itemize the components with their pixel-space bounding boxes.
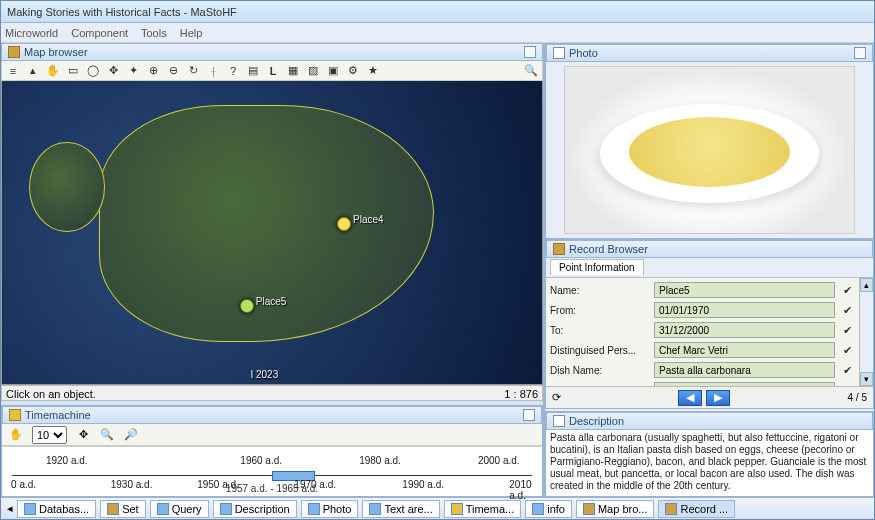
tool-pointer[interactable]: ▴	[26, 64, 40, 78]
field-label: From:	[550, 305, 650, 316]
field-label: Name:	[550, 285, 650, 296]
tool-select-rect[interactable]: ▭	[66, 64, 80, 78]
time-zoom-select[interactable]: 10	[32, 426, 67, 444]
tool-label[interactable]: L	[266, 64, 280, 78]
time-icon	[451, 503, 463, 515]
field-person[interactable]: Chef Marc Vetri	[654, 342, 835, 358]
map-icon	[8, 46, 20, 58]
tab-database[interactable]: Databas...	[17, 500, 96, 518]
record-nav: ⟳ ◀ ▶ 4 / 5	[546, 386, 873, 408]
check-icon[interactable]: ✔	[839, 362, 855, 378]
time-title: Timemachine	[25, 406, 91, 424]
tool-zoom-in[interactable]: ⊕	[146, 64, 160, 78]
field-from[interactable]: 01/01/1970	[654, 302, 835, 318]
tool-move[interactable]: ✥	[75, 427, 91, 443]
desc-icon	[220, 503, 232, 515]
tab-record[interactable]: Record ...	[658, 500, 735, 518]
field-label: To:	[550, 325, 650, 336]
scroll-up-icon[interactable]: ▴	[860, 278, 873, 292]
tool-rotate[interactable]: ↻	[186, 64, 200, 78]
scroll-down-icon[interactable]: ▾	[860, 372, 873, 386]
record-icon	[553, 243, 565, 255]
record-panel-header[interactable]: Record Browser	[546, 240, 873, 258]
tab-timemachine[interactable]: Timema...	[444, 500, 522, 518]
tab-photo[interactable]: Photo	[301, 500, 359, 518]
map-label-place5: Place5	[256, 296, 287, 307]
menubar: Microworld Component Tools Help	[1, 23, 874, 43]
desc-title: Description	[569, 412, 624, 430]
tool-nav[interactable]: ✦	[126, 64, 140, 78]
time-icon	[9, 409, 21, 421]
photo-image	[564, 66, 855, 234]
tab-point-info[interactable]: Point Information	[550, 259, 644, 275]
tool-grid2[interactable]: ▨	[306, 64, 320, 78]
minimize-icon[interactable]	[523, 409, 535, 421]
record-page: 4 / 5	[848, 392, 867, 403]
window-titlebar: Making Stories with Historical Facts - M…	[1, 1, 874, 23]
map-panel-header[interactable]: Map browser	[1, 43, 543, 61]
tool-ruler[interactable]: ⟊	[206, 64, 220, 78]
desc-panel-header[interactable]: Description	[546, 412, 873, 430]
query-icon	[157, 503, 169, 515]
tool-pan[interactable]: ✥	[106, 64, 120, 78]
bottom-tabbar: ◂ Databas... Set Query Description Photo…	[1, 497, 874, 519]
map-toolbar: ≡ ▴ ✋ ▭ ◯ ✥ ✦ ⊕ ⊖ ↻ ⟊ ? ▤ L ▦ ▨ ▣ ⚙ ★ 🔍	[1, 61, 543, 81]
photo-icon	[553, 47, 565, 59]
menu-component[interactable]: Component	[71, 27, 128, 39]
photo-title: Photo	[569, 44, 598, 62]
tool-pan[interactable]: ✋	[8, 427, 24, 443]
tab-mapbrowser[interactable]: Map bro...	[576, 500, 655, 518]
record-tabs: Point Information	[546, 258, 873, 278]
field-dish[interactable]: Pasta alla carbonara	[654, 362, 835, 378]
tool-zoom-in[interactable]: 🔍	[99, 427, 115, 443]
field-to[interactable]: 31/12/2000	[654, 322, 835, 338]
tool-grid[interactable]: ▦	[286, 64, 300, 78]
check-icon[interactable]: ✔	[839, 322, 855, 338]
nav-left-icon[interactable]: ◂	[7, 502, 13, 515]
tab-info[interactable]: info	[525, 500, 572, 518]
tab-textarea[interactable]: Text are...	[362, 500, 439, 518]
refresh-icon[interactable]: ⟳	[552, 391, 561, 404]
record-fields: Name:Place5✔ From:01/01/1970✔ To:31/12/2…	[546, 278, 859, 386]
check-icon[interactable]: ✔	[839, 302, 855, 318]
tool-search[interactable]: 🔍	[524, 64, 538, 78]
check-icon[interactable]: ✔	[839, 282, 855, 298]
tab-set[interactable]: Set	[100, 500, 146, 518]
menu-help[interactable]: Help	[180, 27, 203, 39]
photo-panel-header[interactable]: Photo	[546, 44, 873, 62]
tick-label: 1960 a.d.	[240, 455, 282, 466]
record-scrollbar[interactable]: ▴ ▾	[859, 278, 873, 386]
desc-icon	[553, 415, 565, 427]
tick-label: 1920 a.d.	[46, 455, 88, 466]
tool-hand[interactable]: ✋	[46, 64, 60, 78]
tool-select-lasso[interactable]: ◯	[86, 64, 100, 78]
tab-description[interactable]: Description	[213, 500, 297, 518]
time-scale[interactable]: 1920 a.d. 1960 a.d. 1980 a.d. 2000 a.d. …	[2, 446, 542, 496]
time-toolbar: ✋ 10 ✥ 🔍 🔎	[2, 424, 542, 446]
tool-history[interactable]: ≡	[6, 64, 20, 78]
next-button[interactable]: ▶	[706, 390, 730, 406]
tool-zoom-out[interactable]: 🔎	[123, 427, 139, 443]
desc-text: Pasta alla carbonara (usually spaghetti,…	[546, 430, 873, 496]
map-copyright: I 2023	[250, 369, 278, 380]
map-view[interactable]: Place4 Place5 I 2023	[1, 81, 543, 385]
db-icon	[24, 503, 36, 515]
menu-microworld[interactable]: Microworld	[5, 27, 58, 39]
tool-layers[interactable]: ▤	[246, 64, 260, 78]
field-name[interactable]: Place5	[654, 282, 835, 298]
record-icon	[665, 503, 677, 515]
tool-gear[interactable]: ⚙	[346, 64, 360, 78]
map-marker-place5[interactable]	[240, 299, 254, 313]
minimize-icon[interactable]	[854, 47, 866, 59]
prev-button[interactable]: ◀	[678, 390, 702, 406]
check-icon[interactable]: ✔	[839, 342, 855, 358]
tool-fit[interactable]: ▣	[326, 64, 340, 78]
tab-query[interactable]: Query	[150, 500, 209, 518]
time-panel-header[interactable]: Timemachine	[2, 406, 542, 424]
tool-favorite[interactable]: ★	[366, 64, 380, 78]
tool-info[interactable]: ?	[226, 64, 240, 78]
menu-tools[interactable]: Tools	[141, 27, 167, 39]
minimize-icon[interactable]	[524, 46, 536, 58]
window-title: Making Stories with Historical Facts - M…	[7, 6, 237, 18]
tool-zoom-out[interactable]: ⊖	[166, 64, 180, 78]
